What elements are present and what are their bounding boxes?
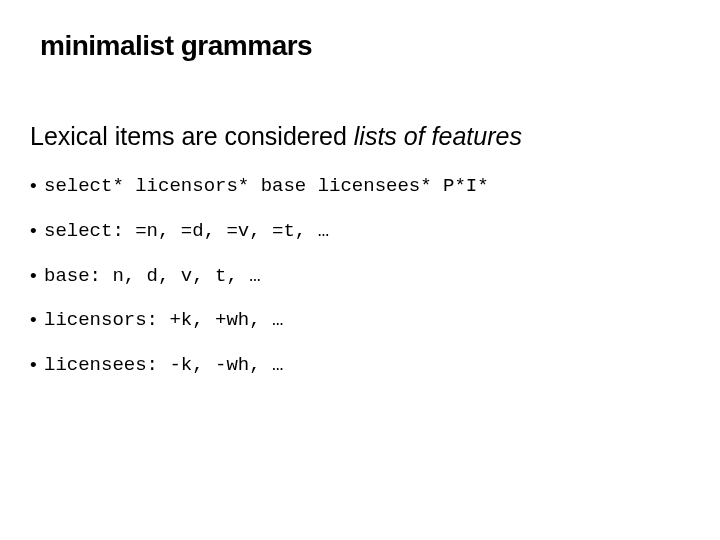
intro-line: Lexical items are considered lists of fe… bbox=[30, 122, 690, 151]
intro-text-italic: lists of features bbox=[354, 122, 522, 150]
list-item: select: =n, =d, =v, =t, … bbox=[30, 220, 690, 243]
list-item: base: n, d, v, t, … bbox=[30, 265, 690, 288]
slide: minimalist grammars Lexical items are co… bbox=[0, 0, 720, 540]
slide-title: minimalist grammars bbox=[40, 30, 690, 62]
list-item: licensors: +k, +wh, … bbox=[30, 309, 690, 332]
list-item: select* licensors* base licensees* P*I* bbox=[30, 175, 690, 198]
bullet-list: select* licensors* base licensees* P*I* … bbox=[30, 175, 690, 377]
list-item: licensees: -k, -wh, … bbox=[30, 354, 690, 377]
intro-text-plain: Lexical items are considered bbox=[30, 122, 354, 150]
